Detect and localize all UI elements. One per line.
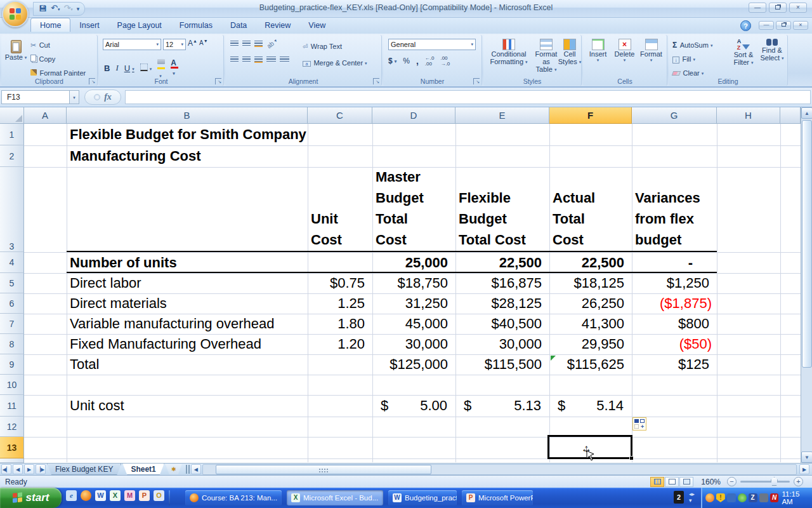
tab-home[interactable]: Home — [30, 18, 70, 32]
next-sheet-icon[interactable]: ▶ — [24, 464, 34, 474]
clear-button[interactable]: Clear — [672, 67, 712, 78]
find-select-button[interactable]: Find & Select — [758, 36, 786, 78]
comma-style-icon[interactable]: , — [416, 56, 419, 66]
firefox-icon[interactable] — [81, 490, 91, 501]
cell-e3-header[interactable]: Flexible Budget Total Cost — [455, 167, 549, 252]
tray-update-icon[interactable] — [738, 493, 747, 502]
cell-d6[interactable]: 31,250 — [372, 293, 455, 314]
row-header-13-selected[interactable]: 13 — [0, 437, 24, 458]
cell-f6[interactable]: 26,250 — [549, 293, 632, 314]
sheet-tab-sheet1-active[interactable]: Sheet1 — [122, 464, 164, 475]
cell-b6[interactable]: Direct materials — [67, 293, 308, 314]
cell-d5[interactable]: $18,750 — [372, 273, 455, 293]
cell-b5[interactable]: Direct labor — [67, 273, 308, 293]
column-header-b[interactable]: B — [67, 107, 308, 124]
italic-button[interactable]: I — [115, 63, 118, 73]
tab-review[interactable]: Review — [256, 18, 299, 32]
taskbar-button-excel-active[interactable]: X Microsoft Excel - Bud... — [287, 490, 383, 505]
cell-e11[interactable]: $5.13 — [455, 395, 549, 417]
column-header-g[interactable]: G — [632, 107, 717, 124]
cell-c3-header[interactable]: Unit Cost — [308, 167, 372, 252]
taskbar-button-word-budgeting[interactable]: W Budgeting_practice-fl... — [388, 490, 457, 505]
column-header-d[interactable]: D — [372, 107, 455, 124]
cell-b1-title[interactable]: Flexible Budget for Smith Company — [67, 124, 358, 145]
vertical-scrollbar[interactable]: ▲ ▼ — [801, 107, 812, 463]
number-dialog-launcher-icon[interactable]: ↘ — [473, 78, 480, 84]
cell-d8[interactable]: 30,000 — [372, 334, 455, 354]
page-break-view-icon[interactable] — [679, 477, 693, 487]
clipboard-dialog-launcher-icon[interactable]: ↘ — [89, 78, 95, 84]
cell-f8[interactable]: 29,950 — [549, 334, 632, 354]
column-header-f-selected[interactable]: F — [549, 107, 632, 124]
row-header-1[interactable]: 1 — [0, 124, 24, 145]
zoom-slider-thumb[interactable] — [771, 477, 778, 486]
cell-d7[interactable]: 45,000 — [372, 314, 455, 334]
hscroll-left-icon[interactable]: ◀ — [191, 464, 201, 474]
column-header-a[interactable]: A — [24, 107, 67, 124]
select-all-corner[interactable] — [0, 107, 24, 124]
sort-filter-button[interactable]: AZ Sort & Filter — [730, 36, 757, 78]
cell-styles-button[interactable]: Cell Styles — [559, 36, 580, 77]
hidden-icons-chevron-icon[interactable]: ◂▸▾ — [689, 491, 695, 504]
decrease-indent-icon[interactable] — [266, 57, 276, 63]
scroll-up-icon[interactable]: ▲ — [801, 107, 812, 119]
fill-handle[interactable] — [629, 456, 634, 460]
cell-e6[interactable]: $28,125 — [455, 293, 549, 314]
alignment-dialog-launcher-icon[interactable]: ↘ — [373, 78, 379, 84]
cell-c5[interactable]: $0.75 — [308, 273, 372, 293]
sheet-tab-flex-budget-key[interactable]: Flex Budget KEY — [47, 464, 121, 475]
cell-e5[interactable]: $16,875 — [455, 273, 549, 293]
format-painter-button[interactable]: Format Painter — [30, 67, 86, 78]
word-icon[interactable]: W — [95, 490, 106, 501]
align-middle-icon[interactable] — [242, 41, 251, 47]
column-header-partial[interactable] — [780, 107, 801, 124]
tab-view[interactable]: View — [299, 18, 334, 32]
font-size-select[interactable]: 12 — [163, 39, 186, 50]
zoom-in-icon[interactable]: + — [794, 477, 803, 486]
copy-button[interactable]: Copy — [30, 53, 86, 64]
outlook-icon[interactable]: O — [154, 490, 164, 501]
hscroll-right-icon[interactable]: ▶ — [799, 464, 809, 474]
delete-cells-button[interactable]: × Delete▾ — [612, 36, 638, 77]
grow-font-icon[interactable]: A▲ — [188, 39, 197, 50]
tray-network-icon[interactable] — [727, 493, 736, 502]
cell-b2-subtitle[interactable]: Manufacturing Cost — [67, 145, 308, 167]
orientation-icon[interactable]: ab — [266, 37, 279, 50]
conditional-formatting-button[interactable]: Conditional Formatting — [485, 36, 533, 77]
format-as-table-button[interactable]: Format as Table — [534, 36, 559, 77]
row-header-11[interactable]: 11 — [0, 395, 24, 417]
zoom-level[interactable]: 160% — [701, 478, 721, 486]
insert-function-button[interactable]: fx — [84, 90, 121, 105]
fill-button[interactable]: ↓ Fill — [672, 53, 712, 64]
cell-f11[interactable]: $5.14 — [549, 395, 632, 417]
scroll-down-icon[interactable]: ▼ — [801, 451, 812, 463]
underline-button[interactable]: U — [124, 64, 134, 73]
align-center-icon[interactable] — [242, 57, 251, 63]
increase-indent-icon[interactable] — [280, 57, 289, 63]
font-family-select[interactable]: Arial — [103, 39, 161, 50]
cell-f3-header[interactable]: Actual Total Cost — [549, 167, 632, 252]
cell-e8[interactable]: 30,000 — [455, 334, 549, 354]
decrease-decimal-icon[interactable]: .00→.0 — [440, 55, 450, 67]
font-color-icon[interactable]: A — [171, 58, 178, 77]
tray-volume-icon[interactable] — [759, 493, 768, 502]
row-header-2[interactable]: 2 — [0, 145, 24, 167]
cell-c6[interactable]: 1.25 — [308, 293, 372, 314]
tab-page-layout[interactable]: Page Layout — [108, 18, 171, 32]
cell-c7[interactable]: 1.80 — [308, 314, 372, 334]
row-header-10[interactable]: 10 — [0, 375, 24, 395]
name-box[interactable]: F13 — [1, 90, 70, 104]
accounting-format-icon[interactable]: $ — [388, 57, 396, 65]
cell-g9[interactable]: $125 — [632, 354, 717, 375]
tray-messenger-icon[interactable] — [705, 493, 714, 502]
row-header-5[interactable]: 5 — [0, 273, 24, 293]
minimize-button[interactable]: — — [749, 3, 766, 13]
cell-f7[interactable]: 41,300 — [549, 314, 632, 334]
workbook-close-button[interactable]: × — [793, 21, 808, 30]
office-button[interactable] — [2, 1, 29, 27]
prev-sheet-icon[interactable]: ◀ — [13, 464, 23, 474]
taskbar-button-powerpoint[interactable]: P Microsoft PowerPoint ... — [462, 490, 533, 505]
tray-zonealarm-icon[interactable]: Z — [749, 493, 757, 502]
horizontal-scrollbar[interactable] — [202, 464, 797, 475]
tab-formulas[interactable]: Formulas — [171, 18, 221, 32]
